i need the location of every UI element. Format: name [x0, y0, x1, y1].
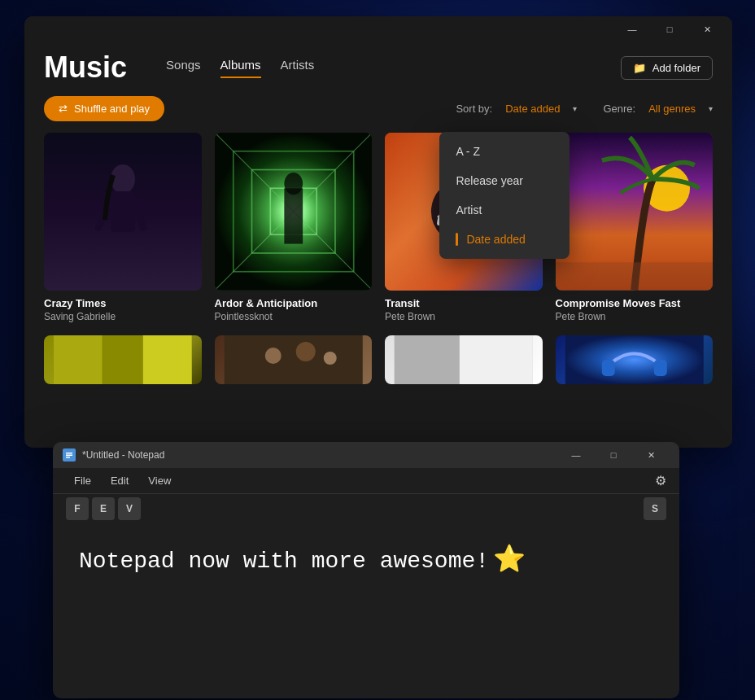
- notepad-close-button[interactable]: ✕: [632, 442, 670, 468]
- album-title-ardor: Ardor & Anticipation: [215, 297, 373, 309]
- bottom-art-3-icon: [385, 335, 543, 384]
- sort-chevron-down-icon[interactable]: ▾: [573, 104, 577, 113]
- sort-option-artist[interactable]: Artist: [439, 195, 570, 225]
- shuffle-icon: ⇄: [59, 103, 68, 115]
- svg-rect-29: [395, 335, 460, 384]
- selected-indicator: [456, 233, 458, 246]
- svg-rect-35: [66, 455, 72, 457]
- sort-option-date-added[interactable]: Date added: [439, 225, 570, 254]
- app-logo: Music: [44, 50, 127, 85]
- sort-by-label: Sort by:: [456, 103, 492, 115]
- album-art-ardor: [215, 133, 373, 291]
- shortcut-f-key[interactable]: F: [66, 497, 89, 520]
- bottom-album-1[interactable]: [44, 335, 202, 384]
- album-artist-crazy-times: Saving Gabrielle: [44, 311, 202, 322]
- bottom-art-4-icon: [556, 335, 714, 384]
- notepad-window: *Untitled - Notepad — □ ✕ File Edit View…: [53, 442, 679, 698]
- tunnel-art-icon: [215, 133, 373, 291]
- sort-dropdown: A - Z Release year Artist Date added: [439, 132, 570, 259]
- minimize-button[interactable]: —: [613, 16, 651, 42]
- album-title-transit: Transit: [385, 297, 543, 309]
- svg-rect-20: [54, 335, 103, 384]
- nav-songs[interactable]: Songs: [166, 58, 201, 78]
- shortcut-s-key[interactable]: S: [644, 497, 666, 520]
- sort-az-label: A - Z: [456, 145, 480, 158]
- shortcut-e-key[interactable]: E: [92, 497, 115, 520]
- svg-rect-28: [460, 335, 533, 384]
- svg-rect-11: [284, 188, 303, 243]
- svg-point-25: [295, 342, 315, 361]
- nav-bar: Songs Albums Artists: [166, 58, 595, 78]
- shuffle-play-button[interactable]: ⇄ Shuffle and play: [44, 96, 164, 121]
- bottom-art-1-icon: [44, 335, 202, 384]
- svg-rect-31: [601, 360, 614, 376]
- notepad-menu-file[interactable]: File: [66, 471, 99, 490]
- music-header: Music Songs Albums Artists 📁 Add folder: [24, 42, 732, 85]
- sort-area: Sort by: Date added ▾ A - Z Release year…: [456, 103, 713, 115]
- album-card-ardor[interactable]: Ardor & Anticipation Pointlessknot: [215, 133, 373, 322]
- sort-option-az[interactable]: A - Z: [439, 137, 570, 166]
- bottom-albums-row: [24, 335, 732, 384]
- album-card-crazy-times[interactable]: Crazy Times Saving Gabrielle: [44, 133, 202, 322]
- sort-artist-label: Artist: [456, 203, 482, 217]
- svg-rect-32: [653, 360, 666, 376]
- sort-value[interactable]: Date added: [505, 103, 560, 115]
- sort-release-label: Release year: [456, 174, 523, 187]
- bottom-album-2[interactable]: [215, 335, 373, 384]
- album-art-compromise: [556, 133, 714, 291]
- album-artist-ardor: Pointlessknot: [215, 311, 373, 322]
- woman-figure-icon: [90, 163, 155, 260]
- shuffle-label: Shuffle and play: [74, 103, 150, 115]
- toolbar: ⇄ Shuffle and play Sort by: Date added ▾…: [24, 85, 732, 133]
- svg-point-12: [284, 173, 303, 195]
- bottom-album-3[interactable]: [385, 335, 543, 384]
- notepad-app-icon: [63, 448, 76, 462]
- notepad-content-area[interactable]: Notepad now with more awesome! ⭐: [53, 523, 679, 593]
- notepad-maximize-button[interactable]: □: [595, 442, 632, 468]
- notepad-title: *Untitled - Notepad: [82, 449, 557, 461]
- album-artist-transit: Pete Brown: [385, 311, 543, 322]
- svg-point-24: [264, 348, 281, 364]
- notepad-text-content: Notepad now with more awesome!: [79, 549, 489, 574]
- notepad-window-buttons: — □ ✕: [557, 442, 670, 468]
- maximize-button[interactable]: □: [651, 16, 688, 42]
- nav-albums[interactable]: Albums: [220, 58, 261, 78]
- notepad-minimize-button[interactable]: —: [557, 442, 595, 468]
- music-app-window: — □ ✕ Music Songs Albums Artists 📁 Add f…: [24, 16, 732, 448]
- svg-rect-36: [66, 457, 70, 458]
- svg-point-26: [323, 352, 336, 365]
- svg-rect-21: [103, 335, 143, 384]
- add-folder-label: Add folder: [652, 62, 700, 74]
- notepad-menu-view[interactable]: View: [140, 471, 179, 490]
- nav-artists[interactable]: Artists: [281, 58, 315, 78]
- svg-rect-23: [224, 335, 362, 384]
- album-title-crazy-times: Crazy Times: [44, 297, 202, 309]
- svg-rect-1: [111, 191, 135, 232]
- svg-rect-18: [556, 262, 714, 290]
- sort-date-label: Date added: [466, 233, 525, 246]
- shortcut-v-key[interactable]: V: [118, 497, 141, 520]
- folder-icon: 📁: [633, 62, 646, 74]
- palm-tree-art-icon: [556, 133, 714, 291]
- bottom-album-4[interactable]: [556, 335, 714, 384]
- add-folder-button[interactable]: 📁 Add folder: [621, 56, 713, 80]
- genre-value[interactable]: All genres: [648, 103, 696, 115]
- notepad-icon-svg: [64, 450, 74, 460]
- album-art-crazy-times: [44, 133, 202, 291]
- music-titlebar: — □ ✕: [24, 16, 732, 42]
- album-artist-compromise: Pete Brown: [556, 311, 714, 322]
- notepad-shortcuts-bar: F E V S: [53, 494, 679, 523]
- notepad-titlebar: *Untitled - Notepad — □ ✕: [53, 442, 679, 468]
- album-card-compromise[interactable]: Compromise Moves Fast Pete Brown: [556, 133, 714, 322]
- svg-rect-34: [66, 453, 72, 454]
- settings-icon[interactable]: ⚙: [655, 473, 666, 488]
- album-title-compromise: Compromise Moves Fast: [556, 297, 714, 309]
- sort-option-release-year[interactable]: Release year: [439, 166, 570, 195]
- genre-chevron-down-icon[interactable]: ▾: [709, 104, 713, 113]
- close-button[interactable]: ✕: [688, 16, 726, 42]
- albums-grid: Crazy Times Saving Gabrielle: [24, 133, 732, 322]
- svg-rect-30: [565, 335, 703, 384]
- notepad-menu-bar: File Edit View ⚙: [53, 468, 679, 494]
- bottom-art-2-icon: [215, 335, 373, 384]
- notepad-menu-edit[interactable]: Edit: [103, 471, 137, 490]
